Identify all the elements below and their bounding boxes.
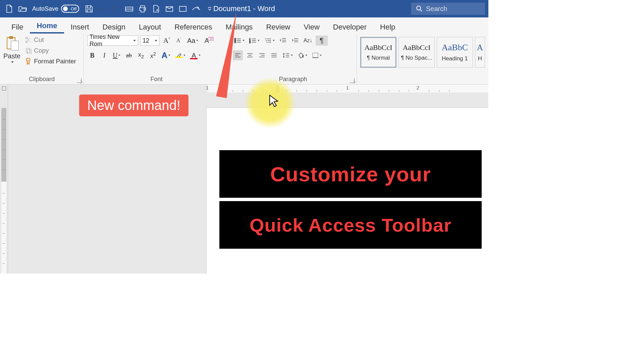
tab-insert[interactable]: Insert	[64, 20, 96, 34]
undo-icon[interactable]	[97, 4, 108, 14]
scissors-icon	[25, 37, 32, 43]
paintbrush-icon	[25, 58, 32, 65]
svg-point-4	[417, 6, 421, 10]
borders-button[interactable]	[311, 50, 323, 60]
align-center-button[interactable]	[245, 50, 255, 60]
redo-icon[interactable]	[110, 4, 121, 14]
autosave-state: Off	[71, 6, 76, 11]
qat-cmd-3-icon[interactable]	[164, 3, 175, 14]
group-label-paragraph: Paragraph	[233, 76, 353, 83]
svg-rect-18	[313, 53, 318, 58]
copy-button[interactable]: Copy	[25, 47, 76, 54]
document-area: New command! Customize your Quick Access…	[0, 93, 488, 274]
group-label-clipboard: Clipboard	[3, 76, 80, 83]
shrink-font-button[interactable]: Aˇ	[174, 36, 184, 46]
banner-line-1: Customize your	[219, 150, 482, 198]
clear-formatting-button[interactable]: A⌫	[202, 36, 212, 46]
shading-button[interactable]	[296, 50, 309, 60]
svg-rect-3	[179, 6, 186, 11]
qat-cmd-5-icon[interactable]	[191, 3, 202, 14]
tab-file[interactable]: File	[5, 20, 30, 34]
style-normal[interactable]: AaBbCcI ¶ Normal	[360, 37, 396, 68]
autosave-label: AutoSave	[32, 5, 58, 12]
format-painter-button[interactable]: Format Painter	[25, 58, 76, 65]
align-right-button[interactable]	[257, 50, 267, 60]
new-doc-icon[interactable]	[3, 3, 15, 14]
tab-layout[interactable]: Layout	[132, 20, 168, 34]
group-styles: AaBbCcI ¶ Normal AaBbCcI ¶ No Spac... Aa…	[357, 34, 488, 84]
search-placeholder: Search	[426, 5, 447, 13]
increase-indent-button[interactable]	[290, 36, 300, 46]
tab-references[interactable]: References	[168, 20, 219, 34]
text-effects-button[interactable]: A	[160, 50, 171, 60]
font-name-combo[interactable]: Times New Rom	[87, 36, 138, 46]
grow-font-button[interactable]: A^	[162, 36, 172, 46]
search-box[interactable]: Search	[411, 3, 485, 15]
superscript-button[interactable]: x2	[148, 50, 158, 60]
group-paragraph: 123 AZ↓ ¶ Paragraph	[229, 34, 357, 84]
svg-marker-22	[270, 95, 278, 107]
group-clipboard: Paste Cut Copy Format Painter Clipboard	[0, 34, 84, 84]
tab-view[interactable]: View	[297, 20, 326, 34]
tab-home[interactable]: Home	[30, 19, 64, 34]
save-icon[interactable]	[83, 3, 95, 14]
svg-point-1	[144, 9, 145, 9]
cut-button[interactable]: Cut	[25, 36, 76, 44]
document-canvas[interactable]: New command! Customize your Quick Access…	[8, 93, 488, 274]
style-heading-2[interactable]: A H	[475, 37, 485, 68]
justify-button[interactable]	[269, 50, 279, 60]
italic-button[interactable]: I	[99, 50, 109, 60]
style-no-spacing[interactable]: AaBbCcI ¶ No Spac...	[398, 37, 435, 68]
svg-text:3: 3	[249, 41, 251, 44]
banner-line-2: Quick Access Toolbar	[219, 201, 482, 249]
underline-button[interactable]: U	[111, 50, 122, 60]
bucket-icon	[298, 52, 304, 58]
group-font: Times New Rom 12 A^ Aˇ Aa A⌫ B I U ab x2…	[84, 34, 229, 84]
style-heading-1[interactable]: AaBbC Heading 1	[437, 37, 473, 68]
font-color-button[interactable]: A	[189, 50, 202, 60]
line-spacing-button[interactable]	[281, 50, 294, 60]
qat-cmd-4-icon[interactable]	[177, 3, 189, 14]
callout-new-command: New command!	[79, 95, 189, 116]
autosave-toggle[interactable]: AutoSave Off	[32, 5, 79, 13]
multilevel-list-button[interactable]	[263, 36, 276, 46]
svg-rect-10	[26, 48, 30, 53]
horizontal-ruler-row: 1 1 2	[0, 84, 488, 93]
paragraph-dialog-launcher[interactable]	[350, 78, 355, 83]
subscript-button[interactable]: x2	[136, 50, 146, 60]
document-title: Document1 - Word	[213, 4, 275, 13]
open-icon[interactable]	[17, 3, 28, 14]
paste-button[interactable]: Paste	[3, 36, 22, 63]
svg-rect-7	[11, 41, 18, 50]
svg-rect-6	[9, 36, 13, 39]
search-icon	[416, 5, 423, 12]
tab-review[interactable]: Review	[259, 20, 297, 34]
group-label-font: Font	[87, 76, 226, 83]
tab-selector[interactable]	[0, 84, 8, 93]
paste-label: Paste	[3, 52, 20, 60]
tab-design[interactable]: Design	[96, 20, 132, 34]
qat-cmd-2-icon[interactable]	[150, 3, 162, 14]
title-bar: AutoSave Off	[0, 0, 488, 17]
font-size-combo[interactable]: 12	[140, 36, 160, 46]
clipboard-dialog-launcher[interactable]	[77, 78, 82, 83]
tab-help[interactable]: Help	[373, 20, 402, 34]
highlight-button[interactable]	[174, 50, 187, 60]
strikethrough-button[interactable]: ab	[124, 50, 134, 60]
quick-print-icon[interactable]	[137, 3, 148, 14]
copy-icon	[25, 47, 32, 54]
ribbon: Paste Cut Copy Format Painter Clipboard	[0, 34, 488, 84]
paste-icon	[4, 36, 20, 51]
tab-developer[interactable]: Developer	[326, 20, 373, 34]
show-hide-marks-button[interactable]: ¶	[316, 36, 328, 46]
decrease-indent-button[interactable]	[278, 36, 288, 46]
quick-access-toolbar: AutoSave Off	[3, 3, 215, 14]
bold-button[interactable]: B	[87, 50, 97, 60]
svg-rect-11	[28, 50, 31, 54]
numbering-button[interactable]: 123	[248, 36, 261, 46]
sort-button[interactable]: AZ↓	[302, 36, 314, 46]
qat-cmd-1-icon[interactable]	[123, 3, 135, 14]
vertical-ruler[interactable]	[0, 93, 8, 274]
change-case-button[interactable]: Aa	[186, 36, 200, 46]
mouse-cursor-icon	[268, 95, 280, 109]
